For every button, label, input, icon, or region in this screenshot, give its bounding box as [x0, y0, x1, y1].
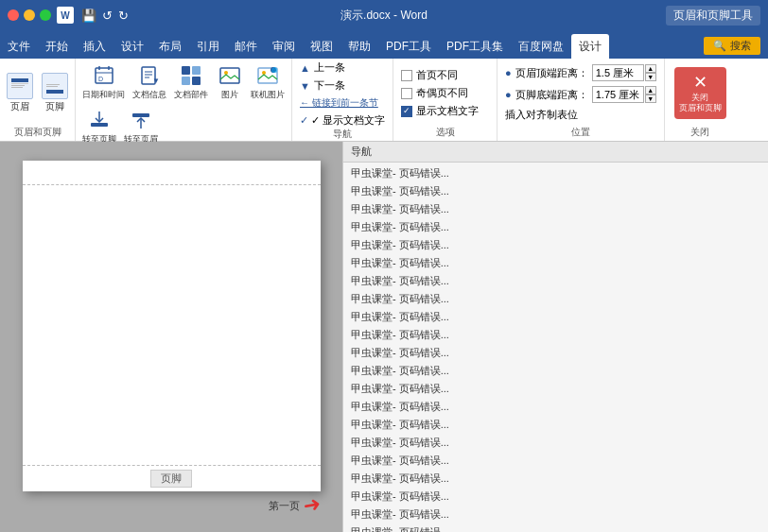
toc-item[interactable]: 甲虫课堂- 页码错误... — [343, 416, 768, 434]
goto-footer-icon — [86, 107, 113, 133]
footer-bottom-down[interactable]: ▼ — [645, 94, 656, 103]
quick-access-toolbar: 💾 ↺ ↻ — [81, 9, 129, 23]
svg-text:D: D — [98, 76, 103, 82]
tab-help[interactable]: 帮助 — [340, 34, 378, 59]
undo-qa-button[interactable]: ↺ — [102, 9, 113, 23]
prev-nav-label: 上一条 — [314, 60, 345, 75]
insert-align-tab-button[interactable]: 插入对齐制表位 — [505, 108, 656, 122]
search-label: 搜索 — [730, 39, 751, 53]
odd-even-diff-checkbox[interactable] — [401, 88, 412, 99]
toc-list[interactable]: 甲虫课堂- 页码错误...甲虫课堂- 页码错误...甲虫课堂- 页码错误...甲… — [343, 163, 768, 532]
tab-active-design[interactable]: 设计 — [571, 34, 609, 59]
link-to-prev-button[interactable]: ← 链接到前一条节 — [300, 96, 385, 110]
first-page-diff-checkbox[interactable] — [401, 70, 412, 81]
tab-pdf-tools-set[interactable]: PDF工具集 — [439, 34, 511, 59]
svg-rect-21 — [220, 68, 239, 83]
picture-button[interactable]: 图片 — [213, 60, 246, 103]
tab-design[interactable]: 设计 — [113, 34, 151, 59]
tab-references[interactable]: 引用 — [189, 34, 227, 59]
checkmark-icon: ✓ — [300, 114, 308, 127]
toc-item[interactable]: 甲虫课堂- 页码错误... — [343, 523, 768, 532]
save-qa-button[interactable]: 💾 — [81, 9, 96, 23]
close-header-footer-button[interactable]: ✕ 关闭页眉和页脚 — [674, 67, 726, 119]
docinfo-button[interactable]: ▼ 文档信息 — [130, 60, 169, 103]
footer-bottom-up[interactable]: ▲ — [645, 86, 656, 94]
ribbon-group-insert-content: D 日期和时间 ▼ 文档信息 文档部件 — [79, 60, 288, 147]
header-top-spinner: ▲ ▼ — [645, 64, 656, 81]
toc-item[interactable]: 甲虫课堂- 页码错误... — [343, 254, 768, 272]
down-arrow-icon: ▼ — [300, 80, 310, 92]
group-label-position: 位置 — [505, 126, 656, 139]
toc-item[interactable]: 甲虫课堂- 页码错误... — [343, 200, 768, 218]
prev-nav-button[interactable]: ▲ 上一条 — [300, 60, 385, 75]
toc-item[interactable]: 甲虫课堂- 页码错误... — [343, 488, 768, 506]
docparts-button[interactable]: 文档部件 — [171, 60, 211, 103]
first-page-diff-row: 首页不同 — [401, 68, 489, 82]
toc-item[interactable]: 甲虫课堂- 页码错误... — [343, 452, 768, 470]
group-label-header-footer: 页眉和页脚 — [4, 126, 71, 139]
datetime-button[interactable]: D 日期和时间 — [79, 60, 128, 103]
header-top-input[interactable] — [592, 64, 644, 81]
odd-even-diff-label: 奇偶页不同 — [416, 86, 468, 100]
tab-file[interactable]: 文件 — [0, 34, 38, 59]
header-top-up[interactable]: ▲ — [645, 64, 656, 73]
tab-mailings[interactable]: 邮件 — [227, 34, 265, 59]
toc-item[interactable]: 甲虫课堂- 页码错误... — [343, 470, 768, 488]
toc-item[interactable]: 甲虫课堂- 页码错误... — [343, 506, 768, 523]
show-doc-text-row: ✓ ✓ 显示文档文字 — [300, 113, 385, 128]
window-controls — [8, 9, 51, 21]
tab-layout[interactable]: 布局 — [151, 34, 189, 59]
toc-item[interactable]: 甲虫课堂- 页码错误... — [343, 326, 768, 344]
docinfo-icon: ▼ — [136, 62, 163, 89]
toc-item[interactable]: 甲虫课堂- 页码错误... — [343, 182, 768, 200]
show-text-row: ✓ 显示文档文字 — [401, 104, 489, 118]
footer-icon — [42, 73, 68, 99]
page-footer-area: 页脚 — [23, 465, 321, 491]
show-text-checkbox[interactable]: ✓ — [401, 106, 412, 117]
svg-rect-19 — [182, 77, 190, 85]
next-nav-button[interactable]: ▼ 下一条 — [300, 78, 385, 93]
title-bar: W 💾 ↺ ↻ 演示.docx - Word 页眉和页脚工具 — [0, 0, 768, 30]
toc-item[interactable]: 甲虫课堂- 页码错误... — [343, 308, 768, 326]
toc-item[interactable]: 甲虫课堂- 页码错误... — [343, 290, 768, 308]
redo-qa-button[interactable]: ↻ — [118, 9, 129, 23]
online-picture-button[interactable]: 🌐 联机图片 — [248, 60, 288, 103]
tab-view[interactable]: 视图 — [303, 34, 340, 59]
show-text-check-icon: ✓ — [403, 107, 410, 115]
page-number-indicator: 第一页 ➜ — [269, 493, 321, 518]
toc-item[interactable]: 甲虫课堂- 页码错误... — [343, 362, 768, 380]
close-control[interactable] — [8, 9, 19, 21]
footer-bottom-input[interactable] — [592, 86, 644, 103]
toc-item[interactable]: 甲虫课堂- 页码错误... — [343, 164, 768, 182]
toc-item[interactable]: 甲虫课堂- 页码错误... — [343, 344, 768, 362]
maximize-control[interactable] — [40, 9, 51, 21]
tab-home[interactable]: 开始 — [38, 34, 76, 59]
toc-item[interactable]: 甲虫课堂- 页码错误... — [343, 218, 768, 236]
toc-item[interactable]: 甲虫课堂- 页码错误... — [343, 380, 768, 398]
svg-rect-4 — [46, 84, 60, 85]
footer-bottom-spinner: ▲ ▼ — [645, 86, 656, 103]
online-picture-label: 联机图片 — [251, 89, 285, 101]
header-top-down[interactable]: ▼ — [645, 73, 656, 81]
footer-bottom-label: 页脚底端距离： — [515, 88, 588, 102]
tab-review[interactable]: 审阅 — [265, 34, 303, 59]
header-icon — [7, 73, 33, 99]
footer-button[interactable]: 页脚 — [39, 71, 71, 115]
toc-item[interactable]: 甲虫课堂- 页码错误... — [343, 272, 768, 290]
arrow-icon: ➜ — [301, 492, 322, 520]
svg-rect-2 — [11, 85, 25, 86]
datetime-icon: D — [91, 62, 117, 89]
page-canvas: 页脚 第一页 ➜ — [23, 161, 321, 491]
svg-rect-27 — [91, 123, 108, 127]
minimize-control[interactable] — [24, 9, 35, 21]
toc-item[interactable]: 甲虫课堂- 页码错误... — [343, 434, 768, 452]
toc-item[interactable]: 甲虫课堂- 页码错误... — [343, 236, 768, 254]
tab-pdf-tools[interactable]: PDF工具 — [378, 34, 439, 59]
toc-item[interactable]: 甲虫课堂- 页码错误... — [343, 398, 768, 416]
footer-bottom-input-group: ▲ ▼ — [592, 86, 656, 103]
tab-insert[interactable]: 插入 — [76, 34, 113, 59]
header-button[interactable]: 页眉 — [4, 71, 36, 115]
online-picture-icon: 🌐 — [254, 62, 281, 89]
tab-baidu-pan[interactable]: 百度网盘 — [511, 34, 571, 59]
search-button[interactable]: 🔍 搜索 — [704, 37, 760, 55]
